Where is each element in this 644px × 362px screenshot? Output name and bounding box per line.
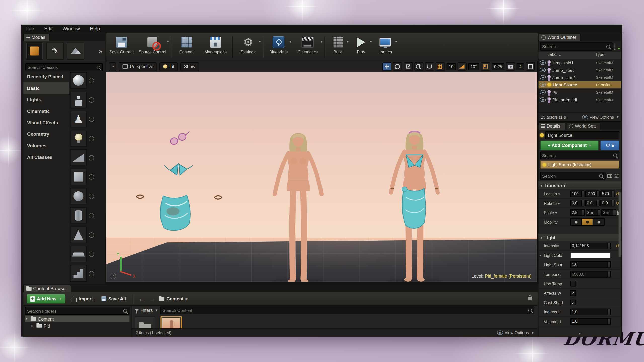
cast-shadows-checkbox[interactable]	[570, 300, 576, 305]
outliner-row-selected[interactable]: Light Source Direction	[538, 81, 621, 88]
category-volumes[interactable]: Volumes	[23, 140, 69, 152]
blueprints-button[interactable]: Blueprints ▾	[265, 34, 292, 60]
tree-item-piti[interactable]: ▸ Piti	[25, 323, 130, 329]
transform-section-header[interactable]: Transform	[538, 182, 621, 189]
drag-handle-icon[interactable]	[89, 155, 94, 160]
rotation-label[interactable]: Rotatio	[544, 201, 570, 205]
dropdown-caret-icon[interactable]: ▾	[259, 40, 261, 44]
scale-label[interactable]: Scale	[544, 210, 570, 215]
rotation-y-field[interactable]: 0,0	[585, 200, 599, 206]
component-instance-row[interactable]: Light Source(Instance)	[540, 160, 619, 169]
grid-snap-toggle-button[interactable]	[436, 62, 445, 71]
dropdown-caret-icon[interactable]: ▾	[370, 40, 372, 44]
surface-snap-button[interactable]	[425, 62, 434, 71]
category-visual-effects[interactable]: Visual Effects	[23, 117, 69, 128]
help-icon[interactable]	[110, 273, 116, 279]
category-lights[interactable]: Lights	[23, 94, 69, 106]
component-search-field[interactable]	[540, 151, 619, 159]
rotate-tool-button[interactable]	[393, 62, 402, 71]
category-geometry[interactable]: Geometry	[23, 128, 69, 140]
volumetric-field[interactable]: 1,0	[570, 318, 611, 325]
outliner-search-input[interactable]	[541, 44, 606, 49]
viewport-canvas[interactable]: Level: Piti_female (Persistent)	[106, 72, 537, 282]
drag-handle-icon[interactable]	[89, 97, 94, 102]
paint-mode-button[interactable]: ✎	[46, 42, 64, 60]
search-content-input[interactable]	[161, 308, 527, 313]
drag-handle-icon[interactable]	[89, 213, 94, 218]
add-component-button[interactable]: + Add Component	[540, 140, 599, 150]
drag-handle-icon[interactable]	[89, 194, 94, 199]
drag-handle-icon[interactable]	[89, 78, 94, 83]
menu-help[interactable]: Help	[85, 25, 105, 33]
visibility-eye-icon[interactable]	[540, 75, 546, 80]
drag-handle-icon[interactable]	[89, 251, 94, 257]
camera-speed-value[interactable]: 4	[517, 63, 524, 70]
menu-edit[interactable]: Edit	[39, 25, 58, 33]
level-name[interactable]: Piti_female (Persistent)	[485, 273, 532, 278]
outliner-row[interactable]: Piti_anim_idl SkeletalM	[538, 96, 621, 103]
edit-blueprint-button[interactable]: ⚙ E	[600, 140, 619, 150]
rotation-snap-value[interactable]: 10°	[468, 63, 479, 70]
scale-snap-toggle-button[interactable]	[481, 62, 490, 71]
visibility-eye-icon[interactable]	[540, 90, 546, 95]
dropdown-caret-icon[interactable]: ▾	[167, 40, 169, 44]
expand-more-icon[interactable]: ▾	[538, 332, 621, 336]
location-y-field[interactable]: -200	[585, 191, 599, 197]
asset-thumbnail-selected[interactable]	[161, 316, 182, 328]
drag-handle-icon[interactable]	[89, 271, 94, 276]
category-recently-placed[interactable]: Recently Placed	[23, 71, 69, 82]
more-modes-chevron-icon[interactable]: »	[99, 48, 102, 55]
placement-item[interactable]	[70, 227, 104, 243]
cb-view-options-button[interactable]: View Options	[497, 330, 534, 335]
drag-handle-icon[interactable]	[89, 116, 94, 122]
visibility-eye-icon[interactable]	[540, 82, 546, 87]
affects-world-checkbox[interactable]	[570, 290, 576, 296]
component-search-input[interactable]	[541, 153, 613, 158]
settings-button[interactable]: ⚙ Settings ▾	[234, 34, 262, 60]
category-basic[interactable]: Basic	[23, 82, 69, 94]
rotation-x-field[interactable]: 0,0	[570, 200, 584, 206]
asset-thumbnail-folder[interactable]	[135, 316, 155, 328]
display-filter-eye-icon[interactable]	[614, 174, 619, 178]
source-control-button[interactable]: Source Control ▾	[135, 34, 170, 60]
placement-item[interactable]	[70, 188, 104, 204]
visibility-eye-icon[interactable]	[540, 60, 546, 65]
search-filter-add-icon[interactable]	[614, 43, 619, 49]
intensity-field[interactable]: 3,141593	[570, 243, 611, 249]
placement-item[interactable]	[70, 207, 104, 223]
maximize-viewport-button[interactable]	[526, 62, 535, 71]
save-current-button[interactable]: Save Current	[108, 34, 135, 60]
search-classes-input[interactable]	[26, 65, 96, 70]
rotation-z-field[interactable]: 0,0	[600, 200, 615, 206]
tab-details[interactable]: Details	[538, 122, 565, 130]
scale-snap-value[interactable]: 0,25	[492, 63, 504, 70]
marketplace-button[interactable]: Marketplace	[200, 34, 231, 60]
character-model-nude[interactable]	[269, 129, 327, 282]
tab-content-browser[interactable]: Content Browser	[23, 285, 71, 292]
outliner-row[interactable]: Jump_start SkeletalM	[538, 66, 621, 74]
search-folders-input[interactable]	[25, 308, 122, 313]
tree-item-content[interactable]: ▾ Content	[25, 316, 130, 322]
search-folders-field[interactable]	[25, 307, 130, 315]
color-swatch[interactable]	[570, 253, 610, 258]
breadcrumb-expand-icon[interactable]: ▶	[186, 297, 188, 301]
mobility-static-button[interactable]	[570, 218, 582, 226]
outliner-search-field[interactable]	[540, 42, 612, 51]
character-model-clothed[interactable]	[386, 128, 443, 282]
content-button[interactable]: Content	[173, 34, 200, 60]
drag-handle-icon[interactable]	[89, 174, 94, 179]
perspective-button[interactable]: Perspective	[119, 62, 157, 71]
tab-modes[interactable]: Modes	[23, 34, 50, 41]
world-local-toggle-button[interactable]	[414, 62, 423, 71]
placement-item[interactable]	[70, 92, 104, 108]
translate-tool-button[interactable]	[382, 62, 391, 71]
placement-item[interactable]	[70, 265, 104, 282]
object-name-field[interactable]: Light Source	[545, 131, 619, 139]
drag-handle-icon[interactable]	[89, 232, 94, 237]
dropdown-caret-icon[interactable]: ▾	[320, 40, 322, 44]
placement-item[interactable]	[70, 72, 104, 88]
outliner-view-options-button[interactable]: View Options	[582, 115, 619, 119]
scale-y-field[interactable]: 2,5	[586, 209, 600, 216]
forward-button[interactable]: →	[148, 296, 156, 302]
dropdown-caret-icon[interactable]: ▾	[395, 40, 397, 44]
